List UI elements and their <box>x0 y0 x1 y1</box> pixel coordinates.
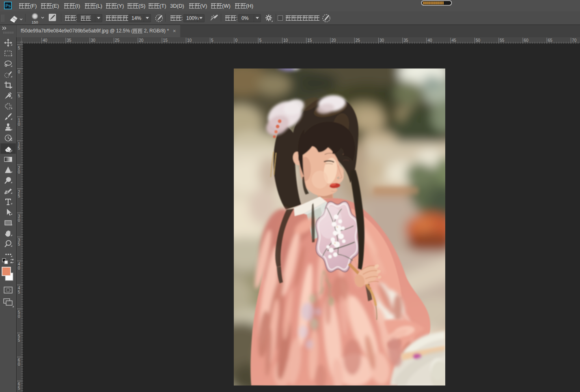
svg-text:0: 0 <box>18 170 20 174</box>
svg-text:15: 15 <box>307 38 312 43</box>
svg-text:5: 5 <box>18 242 20 246</box>
svg-text:5: 5 <box>211 38 213 43</box>
svg-text:0: 0 <box>18 362 20 366</box>
svg-text:0: 0 <box>18 314 20 319</box>
svg-text:0: 0 <box>18 218 20 223</box>
svg-text:5: 5 <box>18 46 20 50</box>
svg-text:30: 30 <box>379 38 384 43</box>
svg-text:25: 25 <box>115 38 120 43</box>
svg-text:5: 5 <box>18 94 20 98</box>
svg-text:45: 45 <box>452 38 457 43</box>
svg-text:5: 5 <box>18 146 20 150</box>
svg-text:35: 35 <box>403 38 408 43</box>
svg-text:0: 0 <box>18 266 20 270</box>
svg-text:5: 5 <box>18 290 20 294</box>
svg-text:60: 60 <box>524 38 529 43</box>
svg-text:20: 20 <box>332 38 336 43</box>
svg-text:5: 5 <box>18 338 20 343</box>
svg-text:40: 40 <box>43 38 47 43</box>
svg-text:10: 10 <box>187 38 192 43</box>
svg-text:0: 0 <box>18 122 20 126</box>
svg-text:150: 150 <box>32 20 38 24</box>
svg-text:5: 5 <box>18 386 20 390</box>
svg-text:0: 0 <box>18 70 20 74</box>
svg-text:5: 5 <box>18 194 20 198</box>
